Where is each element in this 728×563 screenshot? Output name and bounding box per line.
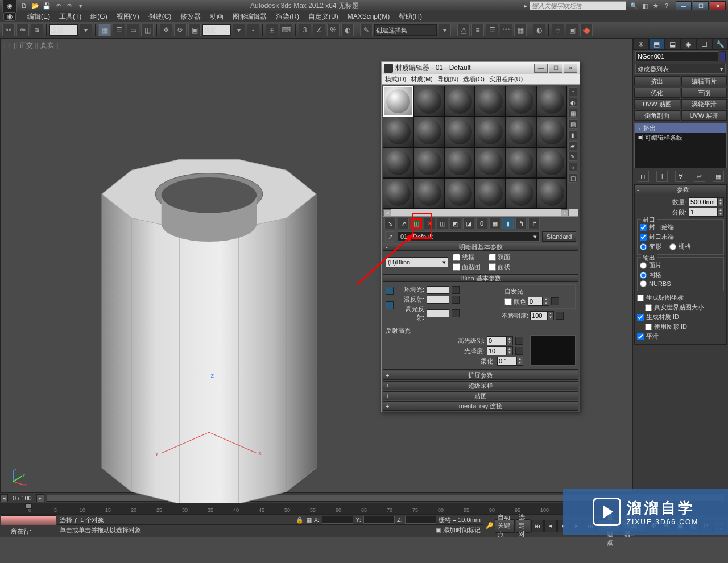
blinn-rollout-header[interactable]: -Blinn 基本参数 [383, 274, 578, 282]
edit-sel-set-icon[interactable]: ✎ [360, 24, 373, 36]
scroll-left-icon[interactable]: ◂ [383, 209, 391, 216]
gen-matid-checkbox[interactable] [637, 314, 644, 321]
sample-slot[interactable] [444, 147, 475, 178]
rotate-icon[interactable]: ⟳ [174, 24, 187, 36]
sample-slot[interactable] [536, 147, 567, 178]
stack-item-extrude[interactable]: ♀ 挤出 [635, 123, 726, 133]
bind-icon[interactable]: ≋ [31, 24, 43, 36]
menu-group[interactable]: 组(G) [90, 12, 107, 22]
tab-create-icon[interactable]: ✳ [633, 39, 649, 50]
wire-checkbox[interactable] [453, 254, 460, 261]
ambient-color-swatch[interactable] [427, 286, 449, 294]
put-to-scene-icon[interactable]: ↗ [398, 218, 409, 229]
material-editor-icon[interactable]: ◐ [533, 24, 545, 36]
menu-maxscript[interactable]: MAXScript(M) [348, 13, 390, 20]
mod-btn-extrude[interactable]: 挤出 [634, 76, 680, 86]
sample-slot[interactable] [475, 178, 506, 209]
menu-grapheditors[interactable]: 图形编辑器 [233, 12, 267, 22]
sample-slot[interactable] [413, 178, 444, 209]
mod-btn-lathe[interactable]: 车削 [681, 88, 727, 98]
ambient-lock-icon[interactable]: ⊏ [386, 287, 394, 295]
add-time-tag[interactable]: 添加时间标记 [443, 526, 481, 535]
modifier-list-combo[interactable]: 修改器列表▾ [635, 64, 726, 74]
material-type-button[interactable]: Standard [542, 231, 576, 242]
diffuse-map-button[interactable] [452, 296, 460, 304]
remove-mod-icon[interactable]: ✂ [694, 171, 705, 182]
render-icon[interactable]: 🫖 [580, 24, 593, 36]
goto-start-icon[interactable]: ⏮ [531, 520, 544, 532]
soften-spinner[interactable]: ▲▼ [497, 357, 523, 366]
grid-radio[interactable] [669, 243, 676, 250]
rollout-header[interactable]: -参数 [635, 185, 726, 194]
cap-end-checkbox[interactable] [640, 234, 647, 241]
isolate-icon[interactable]: ▦ [306, 516, 312, 524]
render-setup-icon[interactable]: ☼ [552, 24, 564, 36]
go-forward-icon[interactable]: ↱ [528, 218, 540, 229]
video-color-icon[interactable]: ▮ [568, 130, 577, 139]
time-slider-handle[interactable] [25, 503, 32, 509]
tab-motion-icon[interactable]: ◉ [680, 39, 696, 50]
diffuse-lock-icon[interactable]: ⊏ [386, 301, 394, 309]
tab-display-icon[interactable]: ☐ [696, 39, 712, 50]
info-arrow-icon[interactable]: ▸ [524, 2, 527, 10]
object-name-input[interactable] [635, 51, 718, 61]
mod-btn-turbosmooth[interactable]: 涡轮平滑 [681, 99, 727, 109]
sample-type-icon[interactable]: ○ [568, 87, 577, 96]
sample-slot[interactable] [506, 117, 536, 147]
face-map-checkbox[interactable] [453, 263, 460, 271]
gloss-map-button[interactable] [515, 347, 523, 355]
mat-map-nav-icon[interactable]: ◫ [568, 173, 577, 183]
material-name-combo[interactable]: 01 - Default▾ [398, 231, 540, 242]
menu-views[interactable]: 视图(V) [117, 12, 139, 22]
curve-editor-icon[interactable]: 〰 [500, 24, 512, 36]
unlink-icon[interactable]: ⚮ [16, 24, 29, 36]
background-icon[interactable]: ▦ [568, 109, 577, 118]
schematic-icon[interactable]: ▦ [514, 24, 527, 36]
sample-slot[interactable] [444, 86, 475, 117]
mat-menu-options[interactable]: 选项(O) [463, 75, 485, 84]
shader-rollout-header[interactable]: -明暗器基本参数 [383, 243, 578, 251]
mat-menu-nav[interactable]: 导航(N) [437, 75, 458, 84]
mod-btn-editpatch[interactable]: 编辑面片 [681, 76, 727, 86]
tab-utilities-icon[interactable]: 🔧 [712, 39, 728, 50]
render-frame-icon[interactable]: ▣ [566, 24, 578, 36]
mod-btn-bevelprofile[interactable]: 倒角剖面 [634, 110, 680, 121]
mod-btn-uvwunwrap[interactable]: UVW 展开 [681, 110, 727, 121]
select-name-icon[interactable]: ☰ [113, 24, 125, 36]
sample-scrollbar[interactable]: ◂ ▸ ◲ [383, 209, 578, 217]
sample-slot[interactable] [413, 86, 444, 117]
ambient-map-button[interactable] [452, 286, 460, 294]
mat-close-button[interactable]: ✕ [564, 64, 577, 73]
menu-customize[interactable]: 自定义(U) [308, 12, 338, 22]
percent-snap-icon[interactable]: % [327, 24, 340, 36]
sample-slot[interactable] [475, 117, 506, 147]
mat-minimize-button[interactable]: — [534, 64, 548, 73]
minimize-button[interactable]: — [676, 1, 692, 10]
use-shapeid-checkbox[interactable] [645, 324, 652, 330]
mat-menu-material[interactable]: 材质(M) [411, 75, 433, 84]
pivot-icon[interactable]: ▪ [247, 24, 259, 36]
keyboard-icon[interactable]: ⌨ [280, 24, 292, 36]
menu-help[interactable]: 帮助(H) [399, 12, 422, 22]
two-sided-checkbox[interactable] [489, 254, 496, 261]
sample-slot[interactable] [383, 147, 413, 178]
sample-slot[interactable] [536, 117, 567, 147]
tab-hierarchy-icon[interactable]: ⬓ [665, 39, 681, 50]
menu-create[interactable]: 创建(C) [148, 12, 172, 22]
spec-level-spinner[interactable]: ▲▼ [487, 336, 513, 345]
get-material-icon[interactable]: ↘ [384, 218, 396, 229]
self-illum-map-button[interactable] [551, 297, 559, 305]
selection-filter-combo[interactable]: 全部 [49, 24, 78, 36]
specular-map-button[interactable] [452, 309, 460, 317]
menu-modifiers[interactable]: 修改器 [180, 12, 201, 22]
search-icon[interactable]: 🔍 [630, 1, 639, 10]
self-value-spinner[interactable]: ▲▼ [528, 297, 549, 306]
spinner-snap-icon[interactable]: ◐ [341, 24, 354, 36]
angle-snap-icon[interactable]: ∠ [313, 24, 325, 36]
put-to-library-icon[interactable]: ◪ [463, 218, 474, 229]
mat-menu-utils[interactable]: 实用程序(U) [489, 75, 523, 84]
link-icon[interactable]: ⚯ [2, 24, 15, 36]
shader-combo[interactable]: (B)Blinn▾ [386, 257, 448, 267]
z-input[interactable] [405, 516, 436, 524]
mod-btn-optimize[interactable]: 优化 [634, 88, 680, 98]
